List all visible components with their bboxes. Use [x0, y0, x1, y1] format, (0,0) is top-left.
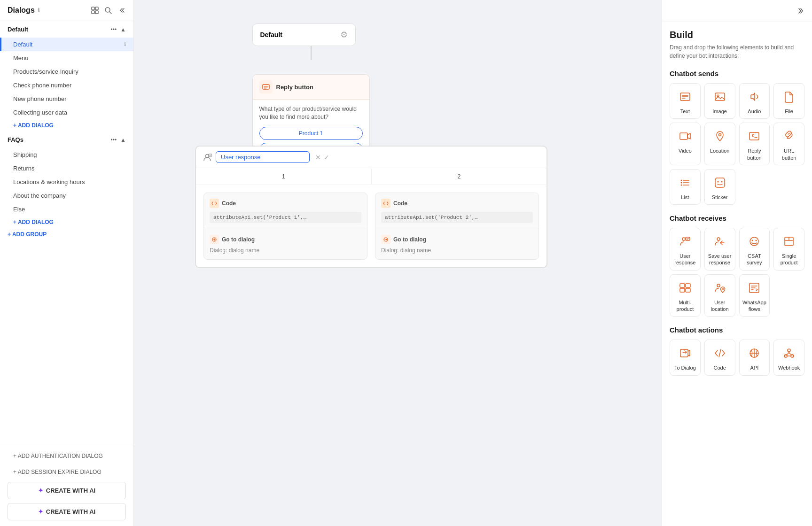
ur-tab-2[interactable]: 2 — [372, 168, 547, 185]
user-response-input[interactable] — [216, 151, 310, 163]
multi-product-icon — [677, 279, 694, 296]
create-ai-btn-1[interactable]: ✦ CREATE WITH AI — [8, 482, 126, 499]
sidebar-item-products-service[interactable]: Products/service Inquiry — [0, 65, 133, 78]
svg-point-37 — [717, 238, 720, 240]
branch-2-goto-block[interactable]: Go to dialog Dialog: dialog name — [375, 229, 539, 259]
svg-rect-3 — [95, 11, 98, 14]
code-icon-1 — [210, 199, 219, 208]
default-settings-icon[interactable]: ⚙ — [340, 30, 348, 40]
grid-icon-btn[interactable] — [90, 6, 100, 15]
ai-sparkle-icon-2: ✦ — [38, 508, 43, 515]
receives-item-whatsapp-flows[interactable]: WhatsApp flows — [739, 274, 770, 317]
sidebar-item-collecting-user[interactable]: Collecting user data — [0, 106, 133, 119]
svg-rect-48 — [686, 288, 690, 292]
branch-1-goto-header: Go to dialog — [210, 235, 361, 244]
add-session-btn[interactable]: + ADD SESSION EXPIRE DIALOG — [8, 466, 126, 478]
add-dialog-btn-default[interactable]: + ADD DIALOG — [0, 119, 133, 132]
svg-point-29 — [680, 184, 682, 186]
receives-item-csat-survey[interactable]: CSAT survey — [739, 228, 770, 271]
sends-item-reply-button[interactable]: Reply button — [739, 123, 770, 165]
branch-2-dialog-name: Dialog: dialog name — [381, 247, 533, 254]
ai-sparkle-icon-1: ✦ — [38, 487, 43, 494]
sidebar-item-new-phone[interactable]: New phone number — [0, 92, 133, 106]
receives-item-user-location[interactable]: User location — [704, 274, 735, 317]
sidebar-item-default[interactable]: Default ℹ — [0, 38, 133, 51]
receives-item-multi-product[interactable]: Multi-product — [670, 274, 701, 317]
search-btn[interactable] — [103, 6, 113, 15]
ur-tab-1[interactable]: 1 — [196, 168, 372, 185]
ur-branch-1: Code attributeApi.set('Product 1',… Go t… — [203, 193, 367, 260]
actions-code-icon — [711, 345, 728, 362]
rp-expand-btn[interactable] — [796, 7, 804, 15]
default-node-container: Default ⚙ Reply button What type of our … — [252, 23, 370, 165]
actions-item-webhook[interactable]: Webhook — [773, 340, 804, 375]
sidebar: Dialogs ℹ — [0, 0, 134, 526]
sidebar-item-returns[interactable]: Returns — [0, 162, 133, 175]
connector-line-1 — [311, 46, 312, 60]
text-icon — [677, 88, 694, 105]
receives-item-user-response[interactable]: User response — [670, 228, 701, 271]
sends-item-url-button[interactable]: URL button — [773, 123, 804, 165]
sends-item-list[interactable]: List — [670, 169, 701, 205]
receives-item-save-user-response[interactable]: Save user response — [704, 228, 735, 271]
svg-rect-46 — [686, 284, 690, 287]
sends-item-video[interactable]: Video — [670, 123, 701, 165]
ur-clear-btn[interactable]: ✕ — [315, 154, 321, 161]
branch-1-goto-block[interactable]: Go to dialog Dialog: dialog name — [204, 229, 367, 259]
file-icon — [781, 88, 797, 105]
ur-check-btn[interactable]: ✓ — [324, 154, 329, 161]
branch-2-goto-header: Go to dialog — [381, 235, 533, 244]
actions-title: Chatbot actions — [670, 326, 804, 334]
sidebar-item-check-phone[interactable]: Check phone number — [0, 78, 133, 92]
more-icon-faqs[interactable]: ••• — [111, 137, 117, 143]
reply-node-header: Reply button — [253, 75, 369, 100]
sidebar-content: Default ••• ▲ Default ℹ Menu Products/se… — [0, 21, 133, 444]
user-response-node[interactable]: ✕ ✓ 1 2 Code attributeApi.set('Product 1… — [195, 146, 547, 268]
svg-point-41 — [756, 240, 757, 241]
add-auth-dialog-btn[interactable]: + ADD AUTHENTICATION DIALOG — [8, 450, 126, 462]
actions-item-api[interactable]: API — [739, 340, 770, 375]
info-icon: ℹ — [38, 7, 40, 14]
sends-item-text[interactable]: Text — [670, 83, 701, 119]
branch-1-code-block[interactable]: Code attributeApi.set('Product 1',… — [204, 193, 367, 229]
sidebar-item-about[interactable]: About the company — [0, 189, 133, 202]
create-ai-btn-2[interactable]: ✦ CREATE WITH AI — [8, 503, 126, 520]
webhook-icon — [781, 345, 797, 362]
rp-header — [662, 0, 812, 22]
chevron-up-icon[interactable]: ▲ — [120, 26, 126, 33]
add-group-btn[interactable]: + ADD GROUP — [0, 228, 133, 240]
branch-1-dialog-name: Dialog: dialog name — [210, 247, 361, 254]
sends-item-location[interactable]: Location — [704, 123, 735, 165]
default-node[interactable]: Default ⚙ — [252, 23, 356, 46]
sidebar-item-else[interactable]: Else — [0, 202, 133, 216]
sidebar-item-locations[interactable]: Locations & working hours — [0, 175, 133, 189]
whatsapp-flows-icon — [746, 279, 763, 296]
sends-item-image[interactable]: Image — [704, 83, 735, 119]
reply-product-1-btn[interactable]: Product 1 — [259, 127, 363, 140]
ur-header: ✕ ✓ — [196, 147, 547, 168]
actions-item-to-dialog[interactable]: To Dialog — [670, 340, 701, 375]
actions-grid: To Dialog Code API Webhook — [670, 340, 804, 375]
receives-item-single-product[interactable]: Single product — [773, 228, 804, 271]
build-desc: Drag and drop the following elements to … — [670, 43, 804, 60]
group-label-faqs: FAQs — [8, 136, 23, 143]
video-icon — [677, 128, 694, 145]
sends-item-audio[interactable]: Audio — [739, 83, 770, 119]
ur-actions: ✕ ✓ — [315, 154, 329, 161]
sends-item-sticker[interactable]: Sticker — [704, 169, 735, 205]
svg-rect-45 — [680, 284, 685, 287]
collapse-btn[interactable] — [117, 6, 126, 15]
chevron-up-icon-faqs[interactable]: ▲ — [120, 137, 126, 143]
main-canvas[interactable]: Default ⚙ Reply button What type of our … — [134, 0, 662, 526]
svg-point-31 — [717, 181, 718, 182]
more-icon[interactable]: ••• — [111, 26, 117, 33]
location-icon — [711, 128, 728, 145]
svg-rect-47 — [680, 288, 685, 292]
sends-item-file[interactable]: File — [773, 83, 804, 119]
add-dialog-btn-faqs[interactable]: + ADD DIALOG — [0, 216, 133, 228]
item-info-icon: ℹ — [124, 41, 126, 47]
sidebar-item-menu[interactable]: Menu — [0, 51, 133, 65]
branch-2-code-block[interactable]: Code attributeApi.set('Product 2',… — [375, 193, 539, 229]
actions-item-code[interactable]: Code — [704, 340, 735, 375]
sidebar-item-shipping[interactable]: Shipping — [0, 148, 133, 162]
